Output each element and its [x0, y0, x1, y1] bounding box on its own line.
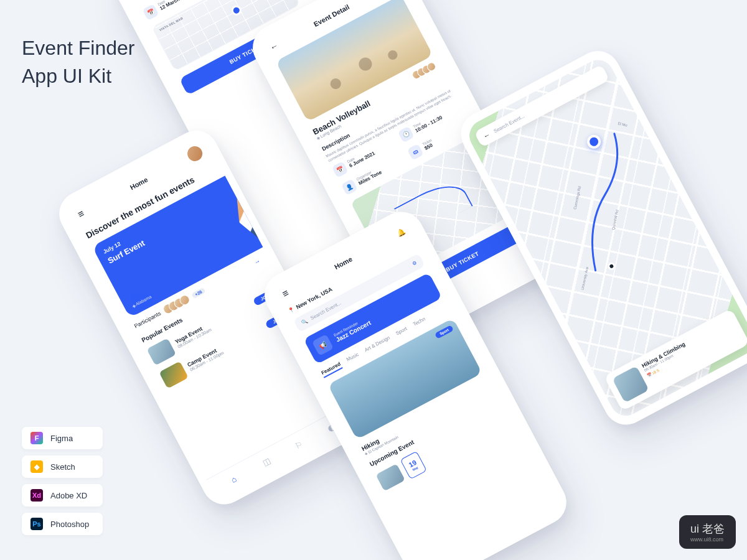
back-icon[interactable]: [266, 39, 281, 54]
menu-icon[interactable]: [73, 207, 88, 222]
tab-tech[interactable]: Techn: [412, 316, 428, 330]
plus-badge: +26: [191, 287, 206, 299]
hero-location: ◈ Alabama: [131, 294, 153, 309]
user-icon: 👤: [341, 179, 358, 195]
event-thumb: [612, 366, 649, 403]
map-label: VISTA DEL MAR: [159, 16, 184, 32]
menu-icon[interactable]: [278, 286, 293, 301]
bell-icon[interactable]: [393, 225, 408, 240]
date-pill: 19 May: [400, 451, 427, 480]
event-thumb: [159, 362, 189, 389]
street-label: El Mo: [618, 122, 627, 128]
tab-music[interactable]: Music: [345, 352, 361, 365]
header-title: Home: [129, 175, 149, 191]
sport-badge: Sport: [435, 325, 454, 339]
megaphone-icon: 📢: [312, 334, 334, 356]
nav-map-icon[interactable]: ⚐: [291, 437, 306, 452]
filter-icon[interactable]: ⚙: [411, 260, 418, 267]
tab-featured[interactable]: Featured: [321, 361, 343, 378]
arrow-button[interactable]: →: [253, 257, 261, 266]
calendar-icon: 📅: [142, 4, 159, 21]
event-thumb: [375, 464, 405, 491]
nav-ticket-icon[interactable]: ◫: [258, 454, 273, 469]
header-title: Home: [333, 255, 354, 271]
watermark-brand: ui 老爸: [690, 523, 725, 535]
watermark: ui 老爸 www.ui8.com: [679, 515, 736, 549]
watermark-url: www.ui8.com: [690, 536, 725, 543]
map-pin-icon: [230, 4, 243, 17]
avatar[interactable]: [185, 144, 205, 164]
clock-icon: 🕐: [398, 126, 415, 142]
ticket-icon: 🎟: [407, 144, 424, 161]
title-line-1: Event Finder: [22, 37, 134, 59]
search-icon: 🔍: [301, 318, 309, 326]
tab-sport[interactable]: Sport: [395, 326, 409, 338]
nav-home-icon[interactable]: ⌂: [226, 472, 241, 487]
calendar-icon: 📅: [332, 161, 349, 178]
